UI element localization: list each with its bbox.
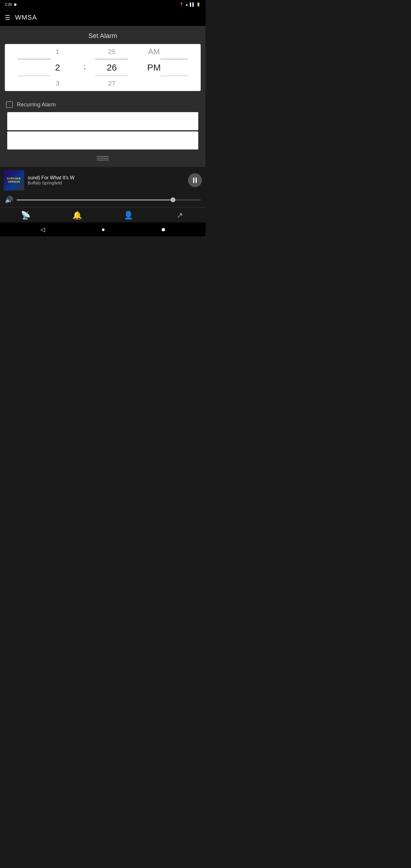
recents-button[interactable]: ■ (161, 226, 165, 233)
minute-col-active: 26 (88, 62, 136, 73)
battery-icon: 🔋 (196, 2, 201, 7)
back-button[interactable]: ◁ (40, 226, 45, 233)
drag-lines-icon (97, 156, 109, 160)
nav-alarm[interactable]: 🔔 (65, 211, 89, 220)
signal-icon: ▌▌ (190, 2, 195, 7)
location-icon: 📍 (179, 2, 184, 7)
content-box-2[interactable] (7, 131, 198, 150)
hour-col-below: 3 (33, 79, 82, 88)
main-content: Set Alarm 1 25 AM 2 : (0, 26, 205, 167)
drag-handle[interactable] (5, 154, 201, 164)
time-picker-below-row: 3 27 (5, 77, 201, 88)
hour-col-active: 2 (33, 62, 82, 73)
recurring-alarm-checkbox[interactable] (6, 101, 13, 108)
android-nav-bar: ◁ ● ■ (0, 222, 205, 236)
status-bar: 2:26 ⏺ 📍 ▲ ▌▌ 🔋 (0, 0, 205, 9)
hour-below: 3 (56, 79, 59, 88)
app-title: WMSA (15, 13, 37, 22)
recurring-alarm-row[interactable]: Recurring Alarm (5, 97, 201, 112)
song-title: ound) For What It's W (28, 175, 184, 181)
share-nav-icon: ↗ (177, 211, 183, 220)
ampm-col-active: PM (136, 62, 172, 73)
nav-radio[interactable]: 📡 (13, 211, 38, 220)
ampm-above: AM (148, 47, 160, 56)
hamburger-menu-icon[interactable]: ☰ (5, 14, 10, 21)
record-icon: ⏺ (13, 2, 17, 7)
pause-icon (193, 178, 197, 183)
volume-row: 🔊 (0, 193, 205, 207)
hour-above: 1 (56, 47, 59, 56)
status-left: 2:26 ⏺ (5, 2, 17, 7)
set-alarm-title: Set Alarm (5, 32, 201, 40)
album-art-label: KARAOKEVERSION (7, 177, 21, 184)
ampm-active: PM (147, 62, 161, 73)
volume-slider-fill (17, 199, 173, 200)
nav-contacts[interactable]: 👤 (116, 211, 140, 220)
volume-icon: 🔊 (5, 196, 13, 204)
time-picker-above-row: 1 25 AM (5, 47, 201, 58)
player-bar: KARAOKEVERSION ound) For What It's W Buf… (0, 167, 205, 193)
recurring-alarm-label: Recurring Alarm (17, 101, 56, 108)
home-button[interactable]: ● (101, 226, 105, 233)
radio-nav-icon: 📡 (21, 211, 30, 220)
song-info: ound) For What It's W Buffalo Springfiel… (28, 175, 184, 185)
hour-active: 2 (55, 62, 60, 73)
content-box-1[interactable] (7, 112, 198, 130)
boxes-container (5, 112, 201, 150)
minute-below: 27 (108, 79, 116, 88)
minute-col-below: 27 (88, 79, 136, 88)
volume-slider-thumb (170, 197, 176, 202)
time-picker[interactable]: 1 25 AM 2 : 26 PM (5, 44, 201, 91)
minute-active: 26 (107, 62, 117, 73)
bottom-nav: 📡 🔔 👤 ↗ (0, 207, 205, 222)
volume-slider[interactable] (17, 199, 201, 200)
minute-col-above: 25 (88, 47, 136, 56)
app-header: ☰ WMSA (0, 9, 205, 26)
alarm-nav-icon: 🔔 (72, 211, 82, 220)
minute-above: 25 (108, 47, 116, 56)
album-art: KARAOKEVERSION (4, 170, 24, 190)
song-artist: Buffalo Springfield (28, 181, 184, 185)
hour-col-above: 1 (33, 47, 82, 56)
contacts-nav-icon: 👤 (124, 211, 133, 220)
ampm-col-above: AM (136, 47, 172, 56)
nav-share[interactable]: ↗ (168, 211, 192, 220)
status-time: 2:26 (5, 2, 12, 7)
status-right: 📍 ▲ ▌▌ 🔋 (179, 2, 201, 7)
time-separator: : (82, 62, 88, 73)
time-picker-main-row: 2 : 26 PM (5, 61, 201, 74)
wifi-icon: ▲ (185, 2, 189, 7)
pause-button[interactable] (188, 173, 202, 187)
